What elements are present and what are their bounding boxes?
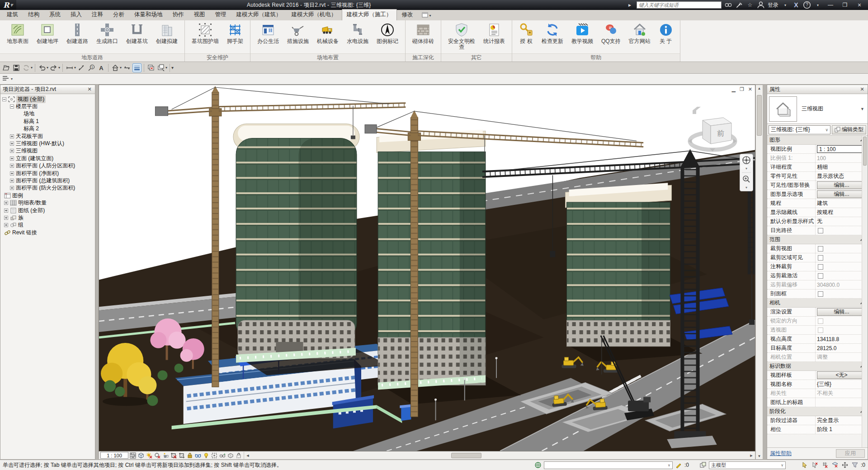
expander-icon[interactable] <box>4 216 8 220</box>
reveal-constraints-icon[interactable] <box>235 452 242 459</box>
section-button[interactable] <box>123 63 132 72</box>
qat-customize-icon[interactable]: ▾ <box>171 65 174 70</box>
worksets-globe-icon[interactable] <box>534 461 542 469</box>
ribbon-state-dropdown-icon[interactable]: ▾ <box>429 14 431 18</box>
tab-master-mep[interactable]: 建模大师（机电） <box>287 9 342 20</box>
favorites-star-icon[interactable]: ☆ <box>746 1 754 9</box>
viewport-3d-scene[interactable] <box>99 85 755 451</box>
restore-button[interactable]: ❐ <box>839 1 851 9</box>
signin-label[interactable]: 登录 <box>768 1 778 9</box>
filter-icon[interactable] <box>851 461 859 469</box>
section-box-checkbox[interactable] <box>818 291 823 297</box>
tab-systems[interactable]: 系统 <box>44 9 66 20</box>
tree-item-views[interactable]: 视图 (全部) <box>2 95 95 103</box>
type-selector[interactable]: 三维视图▼ <box>767 94 868 124</box>
view-name-value[interactable]: {三维} <box>815 380 868 389</box>
design-option-select[interactable]: 主模型∨ <box>709 461 786 469</box>
expander-icon[interactable] <box>2 97 6 101</box>
crop-visible-checkbox[interactable] <box>818 255 823 261</box>
vertical-scroll-thumb[interactable] <box>757 95 762 136</box>
lock-3d-view-icon[interactable] <box>186 452 193 459</box>
tree-item-floor-plans[interactable]: 楼层平面 <box>10 103 95 110</box>
hidden-lines-value[interactable]: 按规程 <box>815 208 868 217</box>
measure-dropdown-icon[interactable]: ▾ <box>74 66 76 70</box>
switch-windows-dropdown-icon[interactable]: ▾ <box>165 66 167 70</box>
machinery-button[interactable]: 机械设备 <box>313 22 343 45</box>
instance-combo[interactable]: 三维视图: {三维}∨ <box>769 125 830 134</box>
tab-manage[interactable]: 管理 <box>210 9 231 20</box>
office-living-button[interactable]: 办公生活 <box>253 22 283 45</box>
minimize-button[interactable]: — <box>825 1 836 9</box>
check-update-button[interactable]: 检查更新 <box>538 22 567 45</box>
scroll-down-icon[interactable]: ▼ <box>758 453 761 459</box>
tree-item-3d-hw-default[interactable]: 三维视图 (HW-默认) <box>10 140 95 147</box>
tab-modify[interactable]: 修改 <box>397 9 418 20</box>
select-links-toggle-icon[interactable] <box>801 461 809 469</box>
detail-level-icon[interactable] <box>129 452 137 459</box>
view-scale-button[interactable]: 1 : 100 <box>100 452 128 459</box>
signin-dropdown-icon[interactable]: ▾ <box>781 1 789 9</box>
tree-item-site[interactable]: 场地 <box>24 110 95 118</box>
scroll-right-icon[interactable]: ► <box>748 452 755 459</box>
undo-dropdown-icon[interactable]: ▾ <box>47 66 48 70</box>
expander-icon[interactable] <box>10 157 14 161</box>
expander-icon[interactable] <box>10 179 14 183</box>
expander-icon[interactable] <box>10 149 14 153</box>
tree-item-3d-views[interactable]: 三维视图 <box>10 147 95 155</box>
tag-button[interactable]: 1 <box>87 63 96 72</box>
annotation-crop-checkbox[interactable] <box>818 264 823 270</box>
aligned-dimension-button[interactable] <box>77 63 86 72</box>
qq-support-button[interactable]: QQ支持 <box>597 22 625 45</box>
title-on-sheet-value[interactable] <box>815 398 868 407</box>
tree-item-sheets[interactable]: 图纸 (全部) <box>4 207 95 214</box>
horizontal-scroll-thumb[interactable] <box>451 453 481 458</box>
exchange-apps-icon[interactable]: X <box>792 1 800 9</box>
pit-retaining-wall-button[interactable]: 基坑围护墙 <box>188 22 223 45</box>
design-options-icon[interactable] <box>699 461 707 469</box>
properties-scrollbar[interactable] <box>862 136 868 447</box>
safety-civilization-check-button[interactable]: 安全文明检查 <box>444 22 479 51</box>
options-dropdown-icon[interactable]: ▾ <box>11 77 13 81</box>
zoom-dropdown-icon[interactable]: ▾ <box>745 185 747 190</box>
about-button[interactable]: 关 于 <box>655 22 677 45</box>
save-button[interactable] <box>12 63 21 72</box>
steering-wheel-icon[interactable] <box>742 156 751 165</box>
apply-button[interactable]: 应用 <box>836 449 865 458</box>
shadows-icon[interactable] <box>153 452 161 459</box>
switch-windows-button[interactable] <box>156 63 165 72</box>
detail-level-value[interactable]: 精细 <box>815 163 868 171</box>
redo-dropdown-icon[interactable]: ▾ <box>58 66 60 70</box>
tree-item-level1[interactable]: 标高 1 <box>24 118 95 125</box>
far-clip-active-checkbox[interactable] <box>818 273 823 279</box>
official-website-button[interactable]: 官方网站 <box>625 22 655 45</box>
visibility-edit-button[interactable]: 编辑... <box>817 181 866 189</box>
wheel-dropdown-icon[interactable]: ▾ <box>745 166 747 171</box>
measure-button[interactable] <box>65 63 74 72</box>
properties-close-icon[interactable]: ✕ <box>859 86 865 92</box>
drag-on-selection-toggle-icon[interactable] <box>841 461 849 469</box>
show-analytical-icon[interactable] <box>218 452 226 459</box>
crop-view-icon[interactable] <box>170 452 177 459</box>
scroll-up-icon[interactable]: ▲ <box>758 85 761 91</box>
tree-item-revit-links[interactable]: Revit 链接 <box>4 229 95 236</box>
mep-facilities-button[interactable]: 水电设施 <box>343 22 373 45</box>
tree-item-area-gross[interactable]: 面积平面 (总建筑面积) <box>10 177 95 184</box>
tree-item-families[interactable]: 族 <box>4 214 95 221</box>
thin-lines-button[interactable] <box>132 63 142 72</box>
tree-item-area-net[interactable]: 面积平面 (净面积) <box>10 170 95 177</box>
phase-value[interactable]: 阶段 1 <box>815 425 868 434</box>
right-splitter[interactable] <box>763 85 767 460</box>
tab-structure[interactable]: 结构 <box>23 9 44 20</box>
sun-path-icon[interactable] <box>145 452 153 459</box>
generate-junction-button[interactable]: 生成路口 <box>92 22 122 45</box>
editing-requests-icon[interactable] <box>675 461 683 469</box>
section-graphics[interactable]: 图形 <box>767 136 868 145</box>
statistics-report-button[interactable]: 统计报表 <box>479 22 509 45</box>
help-icon[interactable]: ? <box>803 1 811 9</box>
parts-visibility-value[interactable]: 显示原状态 <box>815 172 868 180</box>
phase-filter-value[interactable]: 完全显示 <box>815 416 868 425</box>
masonry-layout-button[interactable]: 砌体排砖 <box>408 22 438 45</box>
select-by-face-toggle-icon[interactable] <box>831 461 839 469</box>
help-dropdown-icon[interactable]: ▾ <box>814 1 822 9</box>
workset-select[interactable]: ∨ <box>544 461 673 469</box>
